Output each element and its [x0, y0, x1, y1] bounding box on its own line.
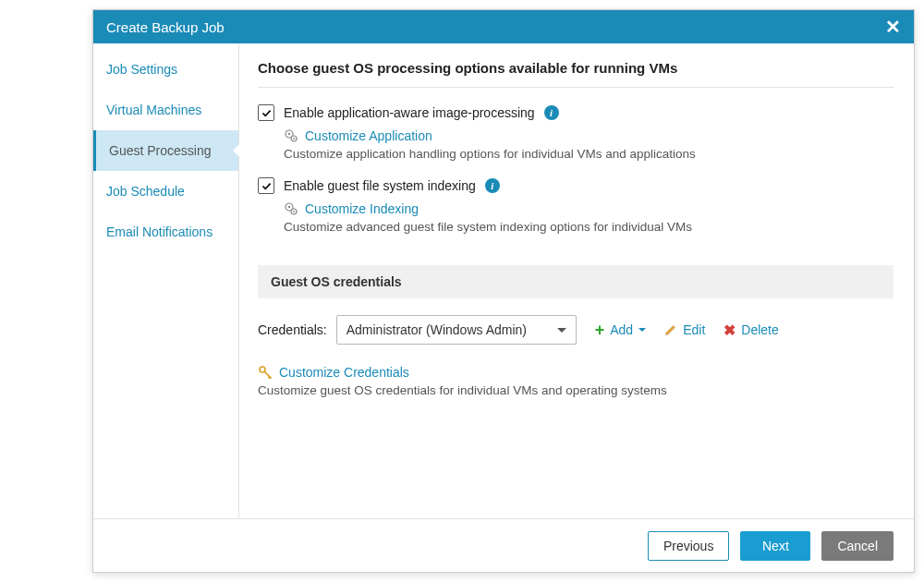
wizard-sidebar: Job Settings Virtual Machines Guest Proc…	[93, 43, 239, 518]
gear-icon	[284, 201, 298, 216]
btn-label: Next	[762, 539, 789, 553]
cancel-button[interactable]: Cancel	[821, 531, 894, 561]
link-text: Customize Indexing	[305, 201, 419, 216]
dialog-header: Create Backup Job ✕	[93, 10, 914, 43]
svg-point-7	[293, 211, 295, 212]
checkbox-app-aware[interactable]	[258, 104, 274, 121]
sidebar-item-job-schedule[interactable]: Job Schedule	[93, 171, 238, 212]
pencil-icon	[664, 323, 677, 336]
sidebar-item-label: Job Settings	[106, 62, 177, 77]
dialog-title: Create Backup Job	[106, 19, 225, 35]
dialog-body: Job Settings Virtual Machines Guest Proc…	[93, 43, 914, 518]
delete-button[interactable]: ✖ Delete	[723, 321, 778, 339]
sidebar-item-email-notifications[interactable]: Email Notifications	[93, 212, 238, 252]
btn-label: Cancel	[837, 539, 878, 553]
page-title: Choose guest OS processing options avail…	[258, 60, 894, 88]
customize-indexing-link[interactable]: Customize Indexing	[284, 201, 894, 216]
chevron-down-icon	[557, 328, 566, 333]
close-icon[interactable]: ✕	[885, 18, 901, 36]
sidebar-item-virtual-machines[interactable]: Virtual Machines	[93, 90, 238, 130]
option-indexing: Enable guest file system indexing i Cust…	[258, 177, 894, 234]
opt-desc: Customize advanced guest file system ind…	[284, 220, 894, 234]
svg-point-3	[293, 138, 295, 139]
sidebar-item-label: Email Notifications	[106, 224, 213, 239]
checkbox-indexing[interactable]	[258, 177, 274, 194]
create-backup-job-dialog: Create Backup Job ✕ Job Settings Virtual…	[92, 9, 915, 573]
x-icon: ✖	[723, 321, 736, 339]
credentials-label: Credentials:	[258, 322, 327, 337]
next-button[interactable]: Next	[740, 531, 810, 561]
opt-desc: Customize application handling options f…	[284, 147, 894, 161]
delete-label: Delete	[741, 322, 778, 337]
sidebar-item-job-settings[interactable]: Job Settings	[93, 49, 238, 90]
credentials-dropdown[interactable]: Administrator (Windows Admin)	[336, 315, 577, 345]
checkmark-icon	[261, 180, 273, 192]
credentials-row: Credentials: Administrator (Windows Admi…	[258, 315, 894, 345]
sidebar-item-label: Guest Processing	[109, 143, 212, 158]
opt-label: Enable guest file system indexing	[284, 178, 476, 193]
dialog-footer: Previous Next Cancel	[93, 518, 914, 572]
opt-label: Enable application-aware image-processin…	[284, 105, 535, 120]
checkmark-icon	[261, 107, 273, 119]
btn-label: Previous	[663, 539, 713, 553]
svg-point-1	[288, 133, 290, 135]
plus-icon: +	[595, 321, 605, 338]
info-icon[interactable]: i	[544, 105, 559, 120]
add-button[interactable]: + Add	[595, 321, 646, 338]
link-text: Customize Credentials	[279, 365, 409, 380]
customize-credentials-link[interactable]: Customize Credentials	[258, 365, 894, 380]
sidebar-item-guest-processing[interactable]: Guest Processing	[93, 130, 238, 171]
edit-button[interactable]: Edit	[664, 322, 705, 337]
sidebar-item-label: Virtual Machines	[106, 103, 201, 117]
svg-point-5	[288, 206, 290, 208]
dropdown-value: Administrator (Windows Admin)	[346, 322, 527, 337]
sidebar-item-label: Job Schedule	[106, 184, 185, 199]
key-icon	[258, 365, 273, 380]
customize-cred-desc: Customize guest OS credentials for indiv…	[258, 383, 894, 397]
customize-application-link[interactable]: Customize Application	[284, 128, 894, 143]
link-text: Customize Application	[305, 128, 432, 143]
chevron-down-icon	[638, 328, 646, 332]
edit-label: Edit	[683, 322, 705, 337]
gear-icon	[284, 128, 298, 143]
previous-button[interactable]: Previous	[648, 531, 729, 561]
guest-credentials-header: Guest OS credentials	[258, 265, 894, 298]
add-label: Add	[610, 322, 633, 337]
option-application-aware: Enable application-aware image-processin…	[258, 104, 894, 161]
info-icon[interactable]: i	[485, 178, 500, 193]
content-panel: Choose guest OS processing options avail…	[239, 43, 914, 518]
